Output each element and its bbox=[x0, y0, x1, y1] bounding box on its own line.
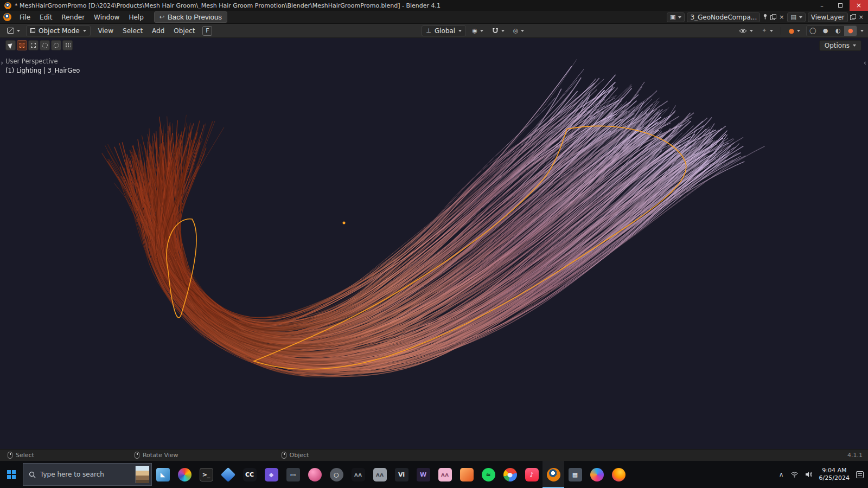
pin-icon[interactable] bbox=[762, 14, 768, 21]
new-scene-icon[interactable] bbox=[770, 14, 776, 20]
taskbar-app[interactable] bbox=[304, 461, 326, 488]
shading-material-button[interactable]: ◐ bbox=[832, 26, 844, 36]
taskbar-app[interactable]: ● bbox=[499, 461, 521, 488]
taskbar-app[interactable]: CC bbox=[239, 461, 260, 488]
viewlayer-name-field[interactable]: ViewLayer bbox=[808, 12, 848, 22]
taskbar-app[interactable] bbox=[217, 461, 239, 488]
taskbar-search[interactable]: Type here to search bbox=[23, 463, 152, 486]
viewport-menu-item[interactable]: Add bbox=[148, 26, 169, 36]
new-viewlayer-icon[interactable] bbox=[850, 14, 856, 20]
pivot-point-dropdown[interactable]: ◉ bbox=[469, 27, 486, 35]
mode-dropdown[interactable]: Object Mode bbox=[26, 25, 91, 36]
window-controls: – × bbox=[813, 0, 868, 11]
shading-rendered-button[interactable]: ● bbox=[844, 26, 857, 36]
visibility-dropdown[interactable] bbox=[736, 27, 756, 35]
back-to-previous-button[interactable]: ↩ Back to Previous bbox=[154, 11, 227, 23]
viewport-menu-item[interactable]: View bbox=[94, 26, 118, 36]
tool-icon bbox=[42, 43, 48, 48]
taskbar-app[interactable]: ○ bbox=[326, 461, 347, 488]
scene-name-field[interactable]: 3_GeoNodeCompa... bbox=[687, 12, 760, 22]
taskbar-app[interactable]: ◆ bbox=[260, 461, 282, 488]
tool-settings-row bbox=[5, 40, 73, 50]
selected-object-outline bbox=[254, 126, 686, 369]
start-button[interactable] bbox=[0, 461, 23, 488]
taskbar-apps: ◣ >_ CC ◆ ▭ ○ ʌʌ ʌʌ Vi bbox=[152, 461, 629, 488]
taskbar-app[interactable]: W bbox=[412, 461, 434, 488]
viewport-tool-button[interactable] bbox=[51, 40, 61, 50]
scene-selector[interactable]: ▣ bbox=[667, 12, 685, 22]
f-addon-button[interactable]: F bbox=[202, 26, 212, 36]
blender-menu-logo-icon[interactable] bbox=[3, 13, 11, 21]
taskbar-app[interactable] bbox=[542, 461, 564, 488]
taskbar-app[interactable] bbox=[174, 461, 195, 488]
search-highlight-thumbnail[interactable] bbox=[135, 466, 149, 483]
gizmos-toggle[interactable]: ✦ bbox=[759, 27, 775, 35]
proportional-edit-dropdown[interactable]: ◎ bbox=[510, 27, 527, 35]
selection-outline bbox=[0, 38, 868, 449]
viewport-tool-button[interactable] bbox=[17, 40, 27, 50]
snapping-dropdown[interactable] bbox=[489, 27, 507, 35]
action-center-icon[interactable] bbox=[856, 471, 864, 478]
shading-options-chevron-icon[interactable] bbox=[860, 30, 864, 32]
transform-orientation-dropdown[interactable]: ⊥ Global bbox=[422, 25, 466, 36]
sidebar-expand-arrow-icon[interactable]: ‹ bbox=[864, 59, 866, 67]
taskbar-app-icon: ʌʌ bbox=[438, 468, 452, 481]
taskbar-app[interactable] bbox=[608, 461, 629, 488]
taskbar-app[interactable]: ≈ bbox=[477, 461, 499, 488]
taskbar-app[interactable]: ♪ bbox=[521, 461, 542, 488]
taskbar-app[interactable] bbox=[456, 461, 477, 488]
toolbar-expand-arrow-icon[interactable]: › bbox=[1, 59, 3, 67]
editor-type-button[interactable] bbox=[4, 27, 23, 35]
chevron-down-icon bbox=[770, 30, 773, 32]
minimize-button[interactable]: – bbox=[813, 0, 831, 11]
menu-item[interactable]: File bbox=[15, 12, 35, 22]
viewlayer-icon: ▤ bbox=[790, 14, 796, 20]
volume-icon[interactable] bbox=[805, 471, 813, 478]
menu-item[interactable]: Help bbox=[124, 12, 148, 22]
unlink-scene-icon[interactable]: × bbox=[778, 14, 785, 21]
viewport-tool-button[interactable] bbox=[28, 40, 39, 50]
network-icon[interactable] bbox=[790, 471, 799, 478]
close-button[interactable]: × bbox=[850, 0, 868, 11]
taskbar-app[interactable]: ʌʌ bbox=[369, 461, 391, 488]
options-dropdown[interactable]: Options bbox=[819, 40, 861, 51]
maximize-button[interactable] bbox=[831, 0, 850, 11]
viewport-tool-button[interactable] bbox=[62, 40, 73, 50]
taskbar-app[interactable]: ▦ bbox=[564, 461, 586, 488]
mouse-button-icon bbox=[8, 452, 12, 459]
taskbar-app[interactable]: >_ bbox=[195, 461, 217, 488]
taskbar-app[interactable]: ▭ bbox=[282, 461, 304, 488]
menu-item[interactable]: Render bbox=[57, 12, 89, 22]
taskbar-app-icon bbox=[547, 468, 560, 481]
eye-icon bbox=[739, 28, 747, 34]
orientation-axes-icon: ⊥ bbox=[426, 28, 431, 34]
remove-viewlayer-icon[interactable]: × bbox=[858, 14, 865, 21]
viewport-menu-item[interactable]: Select bbox=[118, 26, 147, 36]
titlebar: * MeshHairGroomPromo [D:\2024\Products\M… bbox=[0, 0, 868, 11]
viewlayer-selector[interactable]: ▤ bbox=[787, 12, 805, 22]
taskbar-app-icon: ○ bbox=[330, 468, 343, 481]
scene-viewlayer-controls: ▣ 3_GeoNodeCompa... × ▤ ViewLayer × bbox=[667, 12, 865, 22]
chevron-down-icon bbox=[521, 30, 524, 32]
menu-item[interactable]: Window bbox=[90, 12, 124, 22]
taskbar-app[interactable]: Vi bbox=[391, 461, 412, 488]
viewport-menu-item[interactable]: Object bbox=[169, 26, 199, 36]
viewport-tool-button[interactable] bbox=[40, 40, 50, 50]
blender-logo-icon bbox=[4, 2, 11, 9]
keymap-hints: Select Rotate View Object bbox=[0, 452, 309, 459]
shading-preview-button[interactable]: ● bbox=[786, 26, 803, 36]
mouse-button-icon bbox=[135, 452, 139, 459]
shading-solid-button[interactable]: ● bbox=[819, 26, 832, 36]
taskbar-app[interactable]: ʌʌ bbox=[434, 461, 456, 488]
shading-wireframe-button[interactable]: ◯ bbox=[807, 26, 819, 36]
taskbar-app-icon: CC bbox=[243, 468, 257, 481]
taskbar-app[interactable] bbox=[586, 461, 608, 488]
taskbar-app[interactable]: ʌʌ bbox=[347, 461, 369, 488]
taskbar-clock[interactable]: 9:04 AM 6/25/2024 bbox=[819, 467, 850, 483]
menu-item[interactable]: Edit bbox=[35, 12, 56, 22]
taskbar-app[interactable]: ◣ bbox=[152, 461, 174, 488]
viewport-3d[interactable]: Options User Perspective (1) Lighting | … bbox=[0, 38, 868, 449]
viewport-tool-button[interactable] bbox=[5, 40, 16, 50]
chevron-down-icon bbox=[750, 30, 753, 32]
hidden-icons-chevron-icon[interactable]: ∧ bbox=[779, 471, 784, 478]
